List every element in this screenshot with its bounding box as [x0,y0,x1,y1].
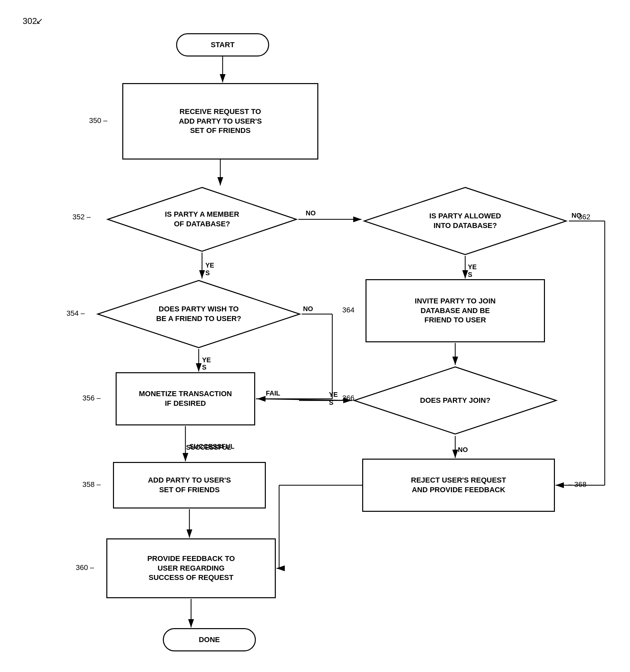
svg-text:FAIL: FAIL [266,389,280,397]
step-366-shape: DOES PARTY JOIN? [352,366,558,435]
svg-text:NO: NO [306,209,316,217]
step-362-shape: IS PARTY ALLOWEDINTO DATABASE? [362,186,568,256]
svg-text:NO: NO [458,446,468,453]
step-360-label: 360 – [76,563,94,572]
svg-text:S: S [329,399,333,406]
figure-label: 302 [23,16,37,26]
step-358-label: 358 – [82,480,101,489]
svg-text:YE: YE [329,391,338,398]
start-shape: START [176,33,269,56]
svg-text:S: S [205,269,210,277]
svg-text:YE: YE [202,356,211,364]
svg-text:S: S [468,271,472,278]
step-366-label: 366 [342,394,355,403]
step-352-label: 352 – [72,213,91,221]
successful-label: SUCCESSFUL [186,444,231,451]
svg-text:NO: NO [303,305,313,312]
svg-text:YE: YE [468,263,477,270]
step-368-shape: REJECT USER'S REQUESTAND PROVIDE FEEDBAC… [362,459,555,512]
step-364-shape: INVITE PARTY TO JOINDATABASE AND BEFRIEN… [365,279,545,342]
svg-text:YE: YE [205,262,214,269]
step-358-shape: ADD PARTY TO USER'SSET OF FRIENDS [113,462,266,508]
step-362-label: 362 [578,213,590,221]
done-shape: DONE [163,628,256,651]
step-352-shape: IS PARTY A MEMBEROF DATABASE? [106,186,298,253]
step-350-label: 350 – [89,116,107,125]
step-350-shape: RECEIVE REQUEST TOADD PARTY TO USER'SSET… [122,83,318,160]
flowchart-diagram: 302 ↙ START RECEIVE REQUEST TOADD PARTY … [0,0,630,672]
step-360-shape: PROVIDE FEEDBACK TOUSER REGARDINGSUCCESS… [106,538,276,598]
step-356-label: 356 – [82,394,101,403]
step-354-shape: DOES PARTY WISH TOBE A FRIEND TO USER? [96,279,302,349]
svg-text:S: S [202,364,207,371]
step-364-label: 364 [342,306,355,314]
figure-arrow: ↙ [36,16,43,26]
step-354-label: 354 – [67,309,85,318]
step-356-shape: MONETIZE TRANSACTIONIF DESIRED [116,372,255,425]
step-368-label: – 368 [568,480,586,489]
svg-line-19 [256,399,352,401]
